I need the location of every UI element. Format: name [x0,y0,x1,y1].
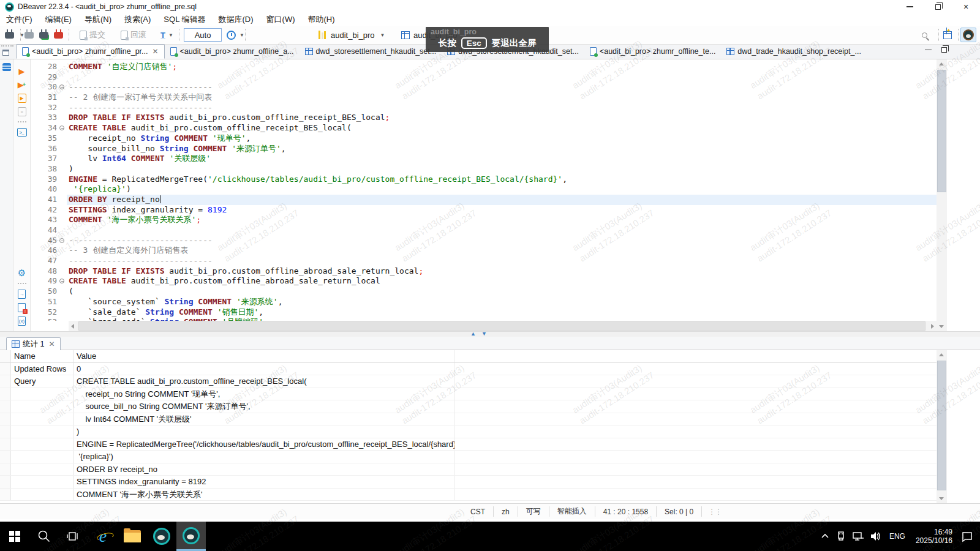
cell-value[interactable]: lv Int64 COMMENT '关联层级' [74,413,455,425]
code-line-text[interactable]: ENGINE = ReplicatedMergeTree('/clickhous… [67,174,937,185]
menu-item-4[interactable]: SQL 编辑器 [164,14,205,25]
dbeaver-perspective-button[interactable] [960,28,976,42]
connect-icon[interactable] [24,32,34,39]
cell-value[interactable]: CREATE TABLE audit_bi_pro.custom_offline… [74,375,455,388]
cell-name[interactable]: Updated Rows [11,363,74,375]
task-view-button[interactable] [59,522,88,551]
reconnect-icon[interactable] [39,32,48,39]
usb-icon[interactable] [835,530,847,542]
execute-in-new-tab-button[interactable]: ▶+ [13,78,30,91]
explain-plan-button[interactable]: ≡ [13,105,30,118]
disconnect-icon[interactable] [54,32,63,39]
splitter-up-icon[interactable]: ▲ [470,331,476,337]
restore-editor-icon[interactable] [941,47,947,53]
cell-name[interactable] [11,388,74,400]
variables-button[interactable]: (x) [18,314,26,328]
cell-value[interactable]: SETTINGS index_granularity = 8192 [74,476,455,488]
taskbar-search-button[interactable] [29,522,59,551]
editor-tab-2[interactable]: dwd_storesettlement_hkaudit_set... [300,44,442,59]
statistics-tab[interactable]: 统计 1 ✕ [6,337,61,350]
code-line-text[interactable]: ------------------------------ [67,103,937,113]
cell-name[interactable]: Query [11,375,74,388]
new-view-icon[interactable] [943,31,952,39]
table-row-8[interactable]: ORDER BY receipt_no [0,463,937,476]
hscroll-thumb[interactable] [78,321,925,331]
cell-name[interactable] [11,476,74,488]
transaction-log-dropdown-icon[interactable]: ▼ [239,32,244,38]
code-line-text[interactable]: ORDER BY receipt_no [67,195,937,205]
transaction-dropdown-icon[interactable]: ▼ [168,32,173,38]
cell-value[interactable]: ORDER BY receipt_no [74,463,455,476]
restore-panel-icon[interactable] [2,50,9,56]
dbeaver-taskbar-button[interactable] [147,522,176,551]
database-selector[interactable]: audit_bi_pro [331,31,375,40]
close-button[interactable]: × [952,0,980,13]
code-editor[interactable]: 28COMMENT '自定义门店销售';2930----------------… [31,59,937,321]
minimize-button[interactable] [895,0,924,13]
fold-collapse-icon[interactable] [59,279,64,283]
results-scroll-thumb[interactable] [937,361,946,490]
commit-button[interactable]: 提交 [89,29,105,40]
code-line-text[interactable]: ( [67,287,937,297]
menu-item-2[interactable]: 导航(N) [85,14,111,25]
menu-item-3[interactable]: 搜索(A) [124,14,151,25]
table-row-4[interactable]: lv Int64 COMMENT '关联层级' [0,413,937,426]
table-row-1[interactable]: QueryCREATE TABLE audit_bi_pro.custom_of… [0,375,937,388]
code-line-text[interactable]: DROP TABLE IF EXISTS audit_bi_pro.custom… [67,113,937,123]
volume-icon[interactable] [869,530,883,542]
table-row-5[interactable]: ) [0,425,937,438]
code-line-text[interactable]: `source_system` String COMMENT '来源系统', [67,297,937,307]
cell-value[interactable]: ) [74,425,455,438]
code-line-text[interactable]: CREATE TABLE audit_bi_pro.custom_offline… [67,276,937,287]
menu-item-0[interactable]: 文件(F) [6,14,32,25]
table-row-9[interactable]: SETTINGS index_granularity = 8192 [0,476,937,489]
internet-explorer-button[interactable]: e [88,522,118,551]
cell-name[interactable] [11,489,74,501]
menu-item-5[interactable]: 数据库(D) [219,14,254,25]
menu-item-1[interactable]: 编辑(E) [45,14,72,25]
table-row-0[interactable]: Updated Rows0 [0,363,937,376]
new-connection-icon[interactable] [5,32,14,39]
start-button[interactable] [0,522,29,551]
fold-collapse-icon[interactable] [59,238,64,243]
cell-name[interactable] [11,438,74,451]
restore-button[interactable] [924,0,952,13]
cell-name[interactable] [11,400,74,413]
grid-header-name[interactable]: Name [11,350,74,362]
code-line-text[interactable]: SETTINGS index_granularity = 8192 [67,205,937,216]
vscroll-thumb[interactable] [937,70,946,192]
database-navigator-icon[interactable] [2,63,11,71]
fold-collapse-icon[interactable] [59,126,64,130]
code-line-text[interactable]: COMMENT '自定义门店销售'; [67,62,937,72]
cell-name[interactable] [11,425,74,438]
editor-tab-0[interactable]: <audit_bi_pro> zhumr_offline_pr...✕ [16,44,165,59]
code-line-text[interactable]: -- 3 创建自定义海外门店销售表 [67,246,937,256]
minimize-editor-icon[interactable] [925,50,932,51]
editor-vertical-scrollbar[interactable] [937,59,947,331]
code-line-text[interactable]: -- 2 创建海一家订单号关联关系中间表 [67,92,937,103]
cell-name[interactable] [11,413,74,425]
menu-item-6[interactable]: 窗口(W) [266,14,295,25]
editor-tab-4[interactable]: <audit_bi_pro> zhumr_offline_te... [584,44,721,59]
code-line-text[interactable]: lv Int64 COMMENT '关联层级' [67,154,937,164]
table-row-7[interactable]: '{replica}') [0,451,937,463]
file-explorer-button[interactable] [118,522,147,551]
code-line-text[interactable]: ) [67,164,937,174]
clock[interactable]: 16:49 2025/10/16 [912,528,956,545]
table-row-3[interactable]: source_bill_no String COMMENT '来源订单号', [0,400,937,413]
code-line-text[interactable]: '{replica}') [67,184,937,195]
transaction-log-icon[interactable] [227,31,236,40]
cell-value[interactable]: source_bill_no String COMMENT '来源订单号', [74,400,455,413]
results-vertical-scrollbar[interactable] [937,350,947,503]
code-line-text[interactable]: receipt_no String COMMENT '现单号', [67,133,937,144]
action-center-icon[interactable] [960,530,974,542]
code-line-text[interactable]: ------------------------------ [67,256,937,266]
language-indicator[interactable]: ENG [887,532,908,541]
code-line-text[interactable]: `sale_date` String COMMENT '销售日期', [67,307,937,318]
code-line-text[interactable]: CREATE TABLE audit_bi_pro.custom_offline… [67,123,937,133]
search-icon[interactable] [922,32,927,38]
dbeaver-taskbar-button-active[interactable] [176,522,206,551]
code-line-text[interactable] [67,225,937,236]
cell-value[interactable]: ENGINE = ReplicatedMergeTree('/clickhous… [74,438,455,451]
table-row-10[interactable]: COMMENT '海一家小票号关联关系' [0,489,937,501]
